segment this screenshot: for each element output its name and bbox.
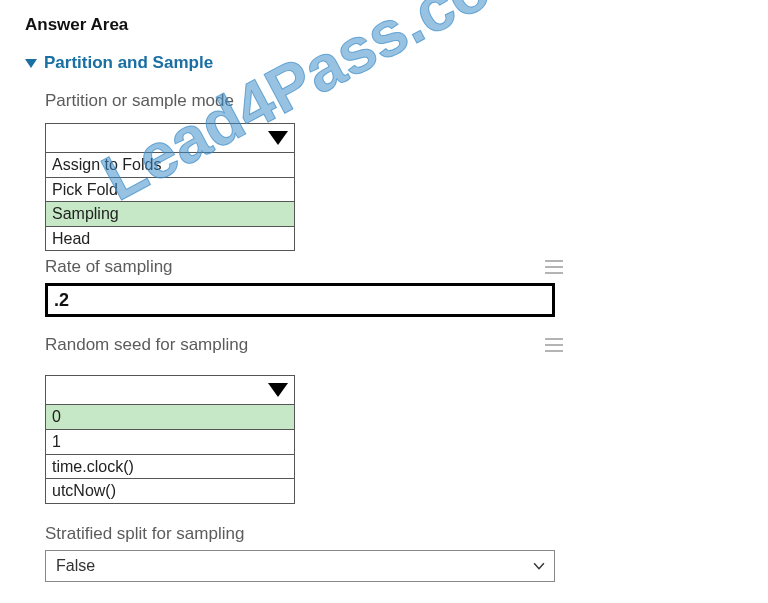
stratified-value: False [56,557,95,575]
section-header[interactable]: Partition and Sample [25,53,743,73]
seed-options-list: 0 1 time.clock() utcNow() [45,405,295,503]
rate-label-row: Rate of sampling [45,257,743,277]
menu-icon[interactable] [545,338,563,352]
seed-label: Random seed for sampling [45,335,248,354]
option-assign-to-folds[interactable]: Assign to Folds [46,153,294,178]
option-head[interactable]: Head [46,227,294,251]
section-title: Partition and Sample [44,53,213,73]
seed-dropdown[interactable]: 0 1 time.clock() utcNow() [45,375,295,503]
stratified-select[interactable]: False [45,550,555,582]
mode-dropdown[interactable]: Assign to Folds Pick Fold Sampling Head [45,123,295,251]
answer-area-heading: Answer Area [25,15,743,35]
dropdown-toggle[interactable] [45,375,295,405]
dropdown-toggle[interactable] [45,123,295,153]
chevron-down-icon [532,559,546,573]
stratified-label: Stratified split for sampling [45,524,743,544]
rate-input[interactable]: .2 [45,283,555,317]
option-pick-fold[interactable]: Pick Fold [46,178,294,203]
rate-value: .2 [54,290,69,311]
chevron-down-icon [25,59,37,68]
mode-options-list: Assign to Folds Pick Fold Sampling Head [45,153,295,251]
rate-label: Rate of sampling [45,257,173,276]
option-1[interactable]: 1 [46,430,294,455]
menu-icon[interactable] [545,260,563,274]
option-time-clock[interactable]: time.clock() [46,455,294,480]
option-0[interactable]: 0 [46,405,294,430]
chevron-down-icon [268,131,288,145]
chevron-down-icon [268,383,288,397]
option-sampling[interactable]: Sampling [46,202,294,227]
seed-label-row: Random seed for sampling [45,335,743,355]
option-utcnow[interactable]: utcNow() [46,479,294,503]
mode-label: Partition or sample mode [45,91,743,111]
